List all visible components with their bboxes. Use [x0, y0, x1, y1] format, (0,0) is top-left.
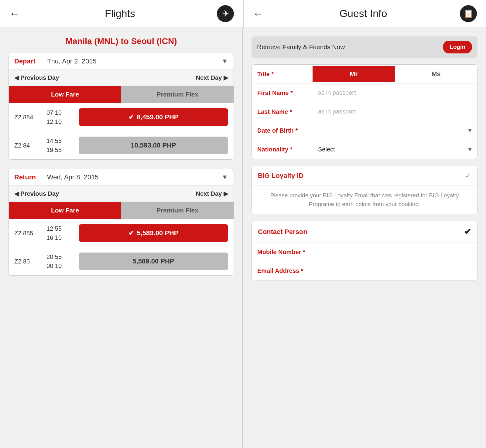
return-price-button-1[interactable]: 5,589.00 PHP: [79, 253, 228, 270]
return-flight-row-1: Z2 85 20:5500:10 5,589.00 PHP: [9, 247, 234, 275]
flights-header-panel: ← Flights ✈: [0, 0, 243, 27]
return-low-fare-tab[interactable]: Low Fare: [9, 202, 121, 219]
email-row: Email Address *: [252, 261, 477, 280]
flights-back-button[interactable]: ←: [9, 7, 20, 20]
contact-section: Contact Person ✔ Mobile Number * Email A…: [252, 221, 477, 280]
depart-fare-tabs: Low Fare Premium Flex: [9, 86, 234, 103]
first-name-label: First Name *: [252, 85, 313, 101]
nationality-dropdown-icon[interactable]: ▼: [467, 146, 477, 153]
dob-dropdown-icon[interactable]: ▼: [467, 127, 477, 134]
route-title: Manila (MNL) to Seoul (ICN): [9, 36, 234, 46]
depart-nav-row: ◀ Previous Day Next Day ▶: [9, 70, 234, 86]
depart-low-fare-tab[interactable]: Low Fare: [9, 86, 121, 103]
depart-price-button-1[interactable]: 10,593.00 PHP: [79, 137, 228, 154]
depart-date-value: Thu, Apr 2, 2015: [47, 57, 221, 65]
loyalty-title: BIG Loyalty ID: [258, 172, 303, 180]
mobile-row: Mobile Number *: [252, 243, 477, 261]
retrieve-section: Retrieve Family & Friends Now Login: [252, 36, 477, 58]
retrieve-text: Retrieve Family & Friends Now: [257, 43, 439, 51]
return-dropdown-icon[interactable]: ▼: [221, 173, 228, 181]
first-name-value[interactable]: as in passport: [313, 85, 477, 100]
loyalty-description: Please provide your BIG Loyalty Email th…: [252, 186, 477, 214]
return-flight-row-0: Z2 885 12:5516:10 ✔ 5,589.00 PHP: [9, 219, 234, 247]
return-nav-row: ◀ Previous Day Next Day ▶: [9, 186, 234, 202]
loyalty-header: BIG Loyalty ID ✓: [252, 166, 477, 186]
depart-price-button-0[interactable]: ✔ 8,459.00 PHP: [79, 108, 228, 126]
depart-premium-flex-tab[interactable]: Premium Flex: [121, 86, 234, 103]
mobile-value[interactable]: [313, 248, 477, 256]
loyalty-check-icon: ✓: [465, 171, 471, 180]
nationality-row: Nationality * Select ▼: [252, 140, 477, 159]
return-price-button-0[interactable]: ✔ 5,589.00 PHP: [79, 224, 228, 242]
flight-times-0: 07:1012:10: [46, 108, 74, 126]
depart-prev-day-button[interactable]: ◀ Previous Day: [14, 74, 59, 81]
nationality-label: Nationality *: [252, 141, 313, 158]
return-label: Return: [14, 173, 42, 181]
login-button[interactable]: Login: [443, 41, 472, 53]
contact-title: Contact Person: [258, 228, 307, 236]
guest-panel: Retrieve Family & Friends Now Login Titl…: [243, 27, 486, 448]
selected-checkmark-0: ✔: [128, 113, 134, 121]
guest-info-title: Guest Info: [270, 8, 457, 19]
flight-times-1: 14:5519:55: [46, 136, 74, 154]
depart-price-value-1: 10,593.00 PHP: [131, 141, 176, 149]
flight-code-0: Z2 884: [14, 114, 42, 121]
document-icon: 📋: [460, 5, 477, 22]
return-price-value-0: 5,589.00 PHP: [137, 229, 179, 237]
flight-code-1: Z2 84: [14, 142, 42, 149]
title-label: Title *: [252, 66, 313, 82]
last-name-label: Last Name *: [252, 104, 313, 120]
return-prev-day-button[interactable]: ◀ Previous Day: [14, 190, 59, 197]
loyalty-section: BIG Loyalty ID ✓ Please provide your BIG…: [252, 166, 477, 214]
return-flight-times-0: 12:5516:10: [46, 224, 74, 242]
flights-panel: Manila (MNL) to Seoul (ICN) Depart Thu, …: [0, 27, 243, 448]
depart-label: Depart: [14, 57, 42, 65]
return-price-value-1: 5,589.00 PHP: [133, 257, 174, 265]
return-selected-checkmark-0: ✔: [128, 229, 134, 237]
return-fare-tabs: Low Fare Premium Flex: [9, 202, 234, 219]
depart-flight-row-1: Z2 84 14:5519:55 10,593.00 PHP: [9, 131, 234, 159]
return-section: Return Wed, Apr 8, 2015 ▼ ◀ Previous Day…: [9, 169, 234, 276]
email-label: Email Address *: [252, 263, 313, 279]
depart-flight-row-0: Z2 884 07:1012:10 ✔ 8,459.00 PHP: [9, 103, 234, 131]
return-flight-code-0: Z2 885: [14, 230, 42, 237]
guest-info-header-panel: ← Guest Info 📋: [243, 0, 486, 27]
plane-icon: ✈: [217, 5, 234, 22]
main-content: Manila (MNL) to Seoul (ICN) Depart Thu, …: [0, 27, 486, 448]
return-date-value: Wed, Apr 8, 2015: [47, 173, 221, 181]
flights-title: Flights: [26, 8, 214, 19]
dob-label: Date of Birth *: [252, 122, 313, 139]
depart-date-row: Depart Thu, Apr 2, 2015 ▼: [9, 53, 234, 70]
top-header: ← Flights ✈ ← Guest Info 📋: [0, 0, 486, 27]
depart-next-day-button[interactable]: Next Day ▶: [196, 74, 228, 81]
depart-price-value-0: 8,459.00 PHP: [137, 113, 179, 121]
depart-section: Depart Thu, Apr 2, 2015 ▼ ◀ Previous Day…: [9, 53, 234, 160]
return-flight-code-1: Z2 85: [14, 258, 42, 265]
guest-form-section: Title * Mr Ms First Name * as in passpor…: [252, 64, 477, 159]
return-date-row: Return Wed, Apr 8, 2015 ▼: [9, 169, 234, 186]
return-premium-flex-tab[interactable]: Premium Flex: [121, 202, 234, 219]
last-name-value[interactable]: as in passport: [313, 104, 477, 119]
guest-back-button[interactable]: ←: [253, 7, 264, 20]
depart-dropdown-icon[interactable]: ▼: [221, 57, 228, 65]
nationality-value[interactable]: Select: [313, 142, 467, 157]
dob-row: Date of Birth * ▼: [252, 121, 477, 140]
contact-check-icon: ✔: [464, 227, 471, 237]
title-row: Title * Mr Ms: [252, 65, 477, 83]
last-name-row: Last Name * as in passport: [252, 102, 477, 121]
return-next-day-button[interactable]: Next Day ▶: [196, 190, 228, 197]
email-value[interactable]: [313, 266, 477, 275]
title-ms-option[interactable]: Ms: [395, 66, 477, 82]
title-options: Mr Ms: [313, 66, 477, 82]
contact-header: Contact Person ✔: [252, 221, 477, 243]
first-name-row: First Name * as in passport: [252, 83, 477, 102]
dob-value[interactable]: [313, 126, 467, 135]
title-mr-option[interactable]: Mr: [313, 66, 395, 82]
return-flight-times-1: 20:5500:10: [46, 252, 74, 270]
mobile-label: Mobile Number *: [252, 244, 313, 260]
